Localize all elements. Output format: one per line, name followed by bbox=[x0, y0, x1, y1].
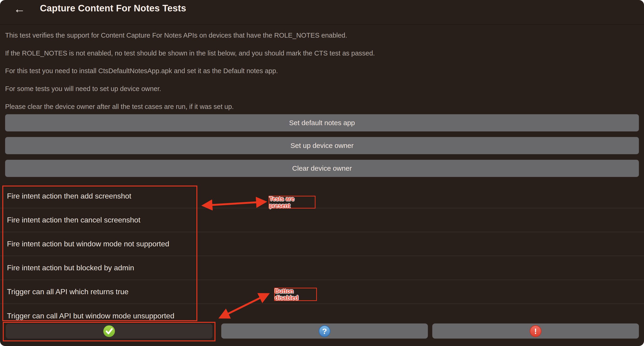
fail-button[interactable]: ! bbox=[432, 324, 639, 338]
test-list-item-4[interactable]: Fire intent action but blocked by admin bbox=[0, 256, 644, 280]
svg-text:!: ! bbox=[534, 327, 537, 336]
question-circle-icon: ? bbox=[318, 325, 330, 337]
test-list-item-label: Trigger can all API which returns true bbox=[7, 288, 128, 296]
set-up-device-owner-button[interactable]: Set up device owner bbox=[5, 137, 639, 154]
cts-verifier-screen: ← Capture Content For Notes Tests This t… bbox=[0, 0, 644, 346]
set-default-notes-app-button[interactable]: Set default notes app bbox=[5, 114, 639, 132]
back-button[interactable]: ← bbox=[11, 0, 28, 17]
pass-button[interactable] bbox=[6, 324, 212, 338]
info-button[interactable]: ? bbox=[221, 324, 428, 338]
svg-text:?: ? bbox=[322, 327, 327, 336]
instruction-text-5: Please clear the device owner after all … bbox=[5, 103, 632, 110]
clear-device-owner-label: Clear device owner bbox=[292, 164, 352, 172]
set-default-notes-app-label: Set default notes app bbox=[289, 119, 355, 126]
back-arrow-icon: ← bbox=[14, 2, 25, 15]
test-list-item-label: Fire intent action but blocked by admin bbox=[7, 264, 134, 272]
test-list-item-5[interactable]: Trigger can all API which returns true bbox=[0, 280, 644, 304]
instruction-text-2: If the ROLE_NOTES is not enabled, no tes… bbox=[5, 50, 632, 57]
check-circle-icon bbox=[103, 325, 115, 337]
test-list-item-1[interactable]: Fire intent action then add screenshot bbox=[0, 184, 644, 208]
test-list-item-3[interactable]: Fire intent action but window mode not s… bbox=[0, 232, 644, 256]
test-list-item-label: Fire intent action then add screenshot bbox=[7, 192, 131, 200]
test-list-item-label: Fire intent action then cancel screensho… bbox=[7, 216, 140, 224]
exclamation-circle-icon: ! bbox=[530, 325, 542, 337]
instruction-text-4: For some tests you will need to set up d… bbox=[5, 85, 632, 93]
instruction-text-1: This test verifies the support for Conte… bbox=[5, 32, 632, 39]
test-list-item-label: Trigger can call API but window mode uns… bbox=[7, 312, 174, 320]
header-divider bbox=[0, 24, 644, 25]
instruction-text-3: For this test you need to install CtsDef… bbox=[5, 67, 632, 75]
screenshot-stage: ← Capture Content For Notes Tests This t… bbox=[0, 0, 644, 346]
test-list-item-2[interactable]: Fire intent action then cancel screensho… bbox=[0, 208, 644, 232]
header: ← Capture Content For Notes Tests bbox=[0, 0, 644, 24]
page-title: Capture Content For Notes Tests bbox=[40, 3, 186, 14]
set-up-device-owner-label: Set up device owner bbox=[290, 142, 354, 149]
clear-device-owner-button[interactable]: Clear device owner bbox=[5, 160, 639, 177]
test-list-item-label: Fire intent action but window mode not s… bbox=[7, 240, 169, 248]
